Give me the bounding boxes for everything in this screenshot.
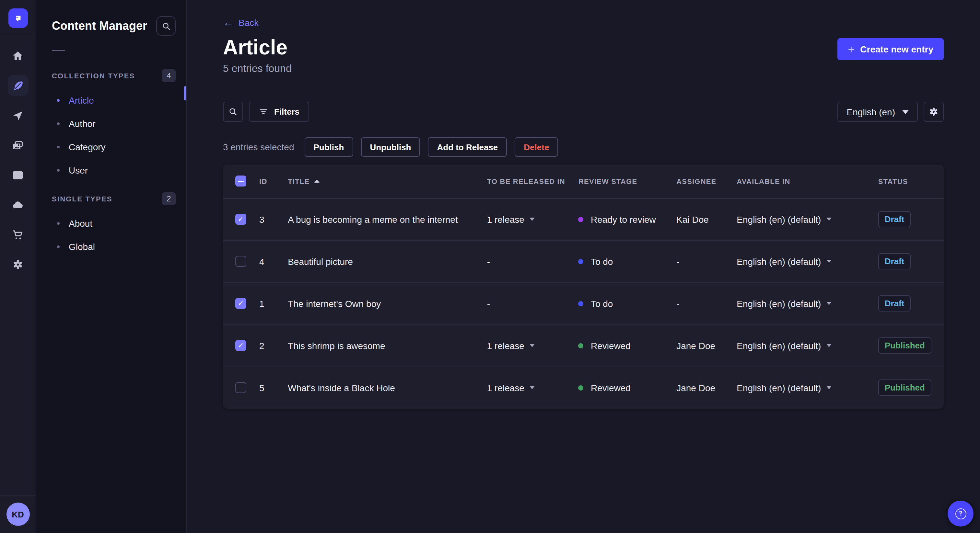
main-nav-rail: KD xyxy=(0,0,36,533)
sidebar-search-button[interactable] xyxy=(156,16,176,36)
sidebar-item-list: About Global xyxy=(52,212,176,259)
user-avatar[interactable]: KD xyxy=(6,503,30,526)
column-header-to-be-released-in[interactable]: TO BE RELEASED IN xyxy=(487,178,565,185)
bullet-icon xyxy=(57,122,60,125)
marketplace-icon[interactable] xyxy=(8,224,28,245)
row-checkbox[interactable]: ✓ xyxy=(235,214,246,225)
home-icon[interactable] xyxy=(8,45,28,66)
filter-icon xyxy=(259,107,268,117)
column-header-review-stage[interactable]: REVIEW STAGE xyxy=(579,178,637,185)
column-header-status[interactable]: STATUS xyxy=(878,178,908,185)
locale-dropdown[interactable]: English (en) (default) xyxy=(737,383,831,393)
publish-button[interactable]: Publish xyxy=(304,137,353,157)
content-manager-icon[interactable] xyxy=(8,75,28,96)
unpublish-button[interactable]: Unpublish xyxy=(361,137,420,157)
sidebar-section: COLLECTION TYPES 4 Article Author Catego… xyxy=(52,69,176,182)
sidebar-item-author[interactable]: Author xyxy=(52,112,176,135)
table-row[interactable]: ✓ 4 Beautiful picture - To do - English … xyxy=(223,240,944,282)
selection-count-text: 3 entries selected xyxy=(223,142,294,152)
divider xyxy=(52,50,65,51)
locale-value: English (en) (default) xyxy=(737,214,821,224)
sidebar-item-user[interactable]: User xyxy=(52,159,176,182)
row-checkbox[interactable]: ✓ xyxy=(235,298,246,309)
release-dropdown[interactable]: - xyxy=(487,298,490,309)
active-item-indicator xyxy=(184,86,186,100)
table-row[interactable]: ✓ 1 The internet's Own boy - To do - Eng… xyxy=(223,282,944,324)
sidebar-item-global[interactable]: Global xyxy=(52,235,176,259)
delete-button[interactable]: Delete xyxy=(515,137,558,157)
back-label: Back xyxy=(239,17,259,28)
stage-label: To do xyxy=(591,298,613,309)
locale-dropdown[interactable]: English (en) (default) xyxy=(737,340,831,351)
release-value: 1 release xyxy=(487,340,524,351)
row-id: 2 xyxy=(259,324,288,366)
locale-select[interactable]: English (en) xyxy=(838,102,918,122)
assignee-value: Kai Doe xyxy=(676,198,737,240)
table-header-row: ID TITLE TO BE RELEASED IN REVIEW STAGE … xyxy=(223,165,944,198)
settings-icon[interactable] xyxy=(8,254,28,274)
table-row[interactable]: ✓ 2 This shrimp is awesome 1 release Rev… xyxy=(223,324,944,366)
sidebar-item-article[interactable]: Article xyxy=(52,89,176,112)
count-badge: 4 xyxy=(162,69,176,82)
search-button[interactable] xyxy=(223,102,243,122)
content-type-builder-icon[interactable] xyxy=(8,165,28,185)
assignee-value: - xyxy=(676,282,737,324)
chevron-down-icon xyxy=(530,217,535,221)
table-row[interactable]: ✓ 5 What's inside a Black Hole 1 release… xyxy=(223,366,944,409)
back-link[interactable]: ← Back xyxy=(223,0,259,28)
locale-value: English (en) (default) xyxy=(737,340,821,351)
release-dropdown[interactable]: 1 release xyxy=(487,340,535,351)
sidebar-item-list: Article Author Category User xyxy=(52,89,176,182)
releases-icon[interactable] xyxy=(8,105,28,125)
release-dropdown[interactable]: 1 release xyxy=(487,383,535,393)
page-title: Article xyxy=(223,36,292,59)
deploy-cloud-icon[interactable] xyxy=(8,194,28,215)
add-to-release-button[interactable]: Add to Release xyxy=(428,137,507,157)
row-title: A bug is becoming a meme on the internet xyxy=(288,198,487,240)
column-header-id[interactable]: ID xyxy=(259,178,267,185)
assignee-value: Jane Doe xyxy=(676,366,737,409)
help-button[interactable]: ? xyxy=(948,501,974,527)
strapi-logo[interactable] xyxy=(8,8,27,28)
sidebar-item-category[interactable]: Category xyxy=(52,135,176,159)
release-dropdown[interactable]: 1 release xyxy=(487,214,535,224)
filters-button[interactable]: Filters xyxy=(249,102,309,122)
column-header-assignee[interactable]: ASSIGNEE xyxy=(676,178,716,185)
locale-dropdown[interactable]: English (en) (default) xyxy=(737,298,831,309)
locale-dropdown[interactable]: English (en) (default) xyxy=(737,256,831,266)
sidebar-item-label: About xyxy=(69,218,92,228)
release-value: 1 release xyxy=(487,383,524,393)
release-dropdown[interactable]: - xyxy=(487,256,490,266)
select-all-checkbox[interactable] xyxy=(235,176,246,187)
status-badge: Draft xyxy=(878,253,911,270)
create-new-entry-button[interactable]: + Create new entry xyxy=(837,38,944,60)
row-id: 3 xyxy=(259,198,288,240)
sidebar-item-about[interactable]: About xyxy=(52,212,176,235)
locale-dropdown[interactable]: English (en) (default) xyxy=(737,214,831,224)
column-header-available-in[interactable]: AVAILABLE IN xyxy=(737,178,790,185)
check-icon: ✓ xyxy=(238,300,244,307)
row-id: 1 xyxy=(259,282,288,324)
locale-value: English (en) (default) xyxy=(737,256,821,266)
sidebar-item-label: Article xyxy=(69,95,94,106)
sort-ascending-icon xyxy=(314,180,319,183)
check-icon: ✓ xyxy=(238,342,244,349)
entries-table: ID TITLE TO BE RELEASED IN REVIEW STAGE … xyxy=(223,165,944,409)
status-badge: Draft xyxy=(878,211,911,227)
create-new-entry-label: Create new entry xyxy=(860,44,933,54)
plus-icon: + xyxy=(848,44,854,55)
media-library-icon[interactable] xyxy=(8,135,28,155)
view-settings-button[interactable] xyxy=(924,102,944,122)
row-title: The internet's Own boy xyxy=(288,282,487,324)
row-checkbox[interactable]: ✓ xyxy=(235,382,246,393)
question-mark-icon: ? xyxy=(955,508,966,519)
sidebar-section-label: COLLECTION TYPES xyxy=(52,72,135,80)
bullet-icon xyxy=(57,146,60,148)
status-badge: Draft xyxy=(878,295,911,311)
table-row[interactable]: ✓ 3 A bug is becoming a meme on the inte… xyxy=(223,198,944,240)
row-checkbox[interactable]: ✓ xyxy=(235,256,246,267)
assignee-value: - xyxy=(676,240,737,282)
column-header-title[interactable]: TITLE xyxy=(288,178,319,185)
row-checkbox[interactable]: ✓ xyxy=(235,340,246,351)
row-id: 4 xyxy=(259,240,288,282)
